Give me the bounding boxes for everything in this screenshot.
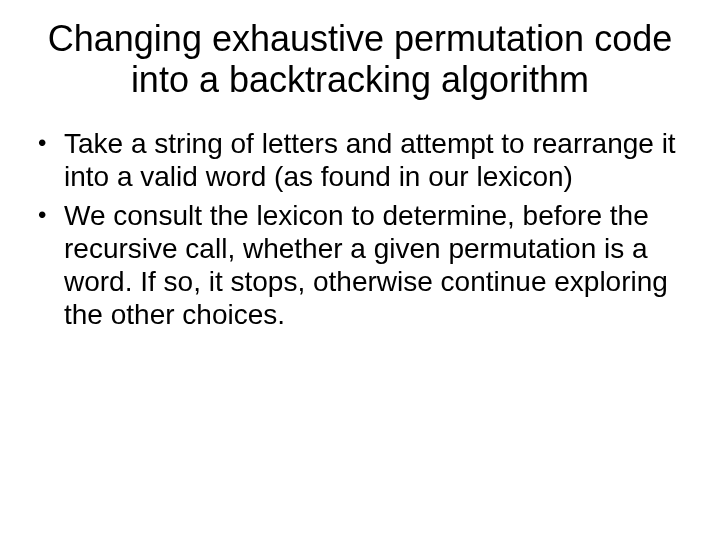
slide-title: Changing exhaustive permutation code int…	[28, 18, 692, 101]
list-item: Take a string of letters and attempt to …	[36, 127, 688, 193]
slide: Changing exhaustive permutation code int…	[0, 0, 720, 540]
list-item: We consult the lexicon to determine, bef…	[36, 199, 688, 331]
bullet-list: Take a string of letters and attempt to …	[28, 127, 692, 331]
